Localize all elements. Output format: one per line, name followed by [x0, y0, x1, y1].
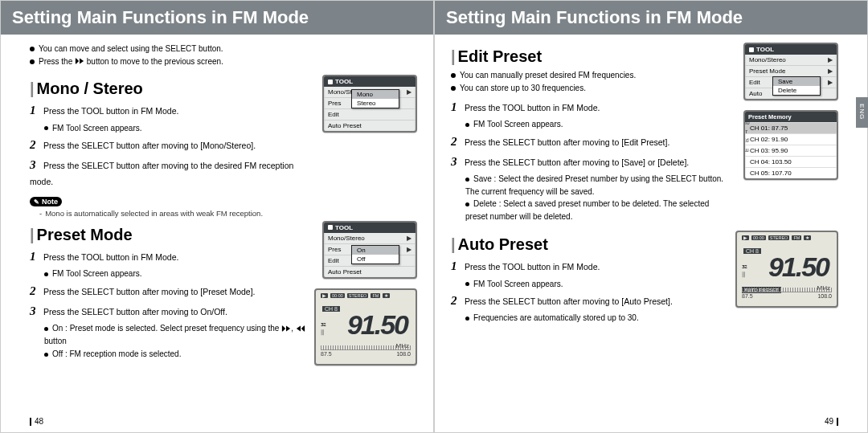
step-sub: FM Tool Screen appears. — [473, 120, 563, 129]
prev-track-icon — [75, 55, 84, 68]
note-badge: Note — [30, 197, 62, 206]
intro-line: You can move and select using the SELECT… — [39, 44, 223, 53]
lang-tab: ENG — [856, 97, 868, 128]
fig-lcd-auto: ▶00:00STEREOFM★ CH 8 ₃₂⦀ 91.50 MHz AUTO … — [735, 231, 838, 308]
intro-list: You can move and select using the SELECT… — [30, 43, 417, 68]
fig-tool-edit: TOOL Mono/Stereo▶ Preset Mode▶ Edit▶ Aut… — [743, 43, 838, 100]
fig-tool-preset: TOOL Mono/Stereo▶ Pres▶ Edit Auto Preset… — [322, 221, 417, 279]
fig-head: TOOL — [324, 76, 416, 87]
step-text: Press the TOOL button in FM Mode. — [43, 106, 178, 116]
step-text: Press the SELECT button after moving to … — [465, 137, 669, 147]
fig-lcd: ▶00:00STEREOFM★ CH 8 ₃₂⦀ 91.50 MHz 87.51… — [314, 288, 417, 366]
step-text: Press the SELECT button after moving to … — [30, 161, 293, 186]
step-sub: FM Tool Screen appears. — [52, 124, 142, 133]
prev-track-icon — [281, 323, 291, 336]
section-heading: |Auto Preset — [451, 235, 727, 254]
step-text: Press the TOOL button in FM Mode. — [465, 262, 600, 272]
step-text: Press the SELECT button after moving to … — [43, 141, 256, 150]
section-heading: |Preset Mode — [30, 226, 306, 244]
step-sub: Save : Select the desired Preset number … — [465, 174, 723, 196]
intro-line: button to move to the previous screen. — [87, 57, 223, 66]
intro-line: You can store up to 30 frequencies. — [460, 84, 586, 92]
step-sub: button — [44, 337, 67, 345]
section-heading: |Edit Preset — [451, 47, 727, 66]
note-text: Mono is automatically selected in areas … — [45, 209, 263, 218]
step-sub: Frequencies are automatically stored up … — [473, 313, 639, 322]
next-track-icon — [296, 323, 305, 336]
section-heading: |Mono / Stereo — [30, 80, 306, 98]
page-number: 48 — [30, 417, 43, 426]
step-text: Press the SELECT button after moving to … — [465, 157, 689, 167]
step-sub: Off : FM reception mode is selected. — [52, 349, 181, 358]
page-title: Setting Main Functions in FM Mode — [435, 1, 867, 35]
step-text: Press the SELECT button after moving to … — [465, 296, 673, 306]
step-sub: On : Preset mode is selected. Select pre… — [52, 324, 281, 333]
intro-line: You can manually preset desired FM frequ… — [460, 71, 636, 80]
page-right: Setting Main Functions in FM Mode ENG |E… — [434, 0, 868, 433]
step-sub: FM Tool Screen appears. — [52, 269, 142, 278]
step-text: Press the SELECT button after moving to … — [43, 307, 227, 317]
fig-tool-mono: TOOL Mono/Stereo▶ Pres Edit Auto Preset … — [322, 75, 417, 133]
step-text: Press the TOOL button in FM Mode. — [43, 252, 178, 262]
page-left: Setting Main Functions in FM Mode You ca… — [0, 0, 434, 433]
page-title: Setting Main Functions in FM Mode — [1, 1, 433, 35]
intro-line: Press the — [39, 57, 75, 66]
step-sub: FM Tool Screen appears. — [473, 280, 563, 288]
page-number: 49 — [825, 417, 838, 426]
step-sub: Delete : Select a saved preset number to… — [465, 199, 709, 221]
step-text: Press the SELECT button after moving to … — [43, 287, 256, 296]
fig-preset-memory: MoPrEdAu Preset Memory CH 01: 87.75 CH 0… — [743, 110, 838, 180]
step-text: Press the TOOL button in FM Mode. — [465, 103, 600, 112]
